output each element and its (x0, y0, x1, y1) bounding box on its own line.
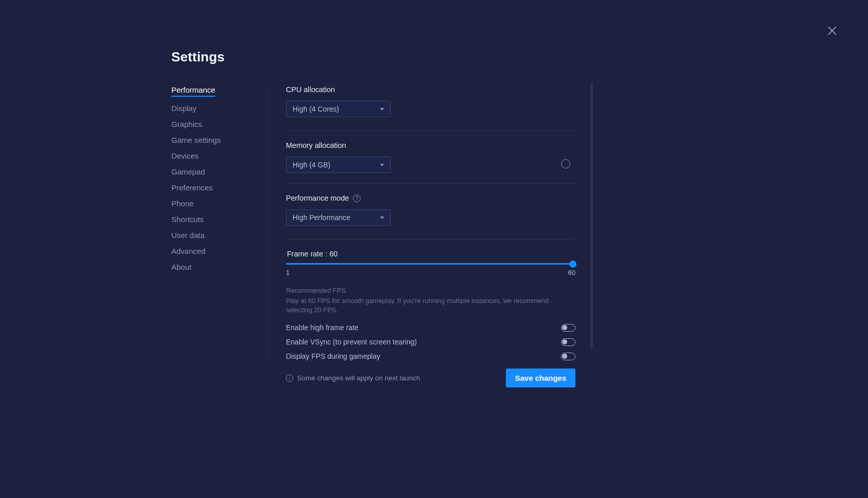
scrollbar[interactable] (590, 82, 593, 349)
save-changes-button[interactable]: Save changes (506, 369, 575, 387)
frame-rate-slider[interactable] (286, 263, 575, 265)
toggle-row-high-fps: Enable high frame rate (286, 323, 575, 332)
performance-mode-label: Performance mode (286, 194, 349, 202)
help-icon[interactable]: ? (353, 194, 361, 202)
chevron-down-icon (380, 164, 384, 166)
performance-mode-value: High Performance (293, 213, 350, 222)
settings-modal: Settings Performance Display Graphics Ga… (0, 0, 868, 498)
sidebar-item-performance[interactable]: Performance (171, 85, 215, 97)
cpu-allocation-label: CPU allocation (286, 85, 335, 94)
page-title: Settings (171, 49, 575, 65)
cpu-allocation-select[interactable]: High (4 Cores) (286, 101, 391, 117)
settings-sidebar: Performance Display Graphics Game settin… (171, 85, 269, 362)
fps-hint-title: Recommended FPS (286, 287, 575, 294)
chevron-down-icon (380, 216, 384, 219)
sidebar-item-advanced[interactable]: Advanced (171, 247, 206, 255)
sidebar-item-user-data[interactable]: User data (171, 231, 205, 240)
display-fps-label: Display FPS during gameplay (286, 352, 380, 360)
slider-max: 60 (568, 269, 575, 276)
sidebar-item-gamepad[interactable]: Gamepad (171, 167, 205, 176)
settings-footer: i Some changes will apply on next launch… (286, 369, 575, 387)
close-icon[interactable] (826, 25, 838, 37)
enable-vsync-toggle[interactable] (561, 338, 575, 346)
sidebar-item-graphics[interactable]: Graphics (171, 120, 202, 128)
memory-allocation-value: High (4 GB) (293, 161, 330, 169)
cpu-allocation-value: High (4 Cores) (293, 105, 339, 113)
enable-high-fps-toggle[interactable] (561, 324, 575, 332)
sidebar-item-phone[interactable]: Phone (171, 199, 193, 208)
sidebar-item-display[interactable]: Display (171, 104, 196, 113)
toggle-row-display-fps: Display FPS during gameplay (286, 352, 575, 360)
sidebar-item-about[interactable]: About (171, 263, 191, 271)
toggle-row-vsync: Enable VSync (to prevent screen tearing) (286, 338, 575, 346)
display-fps-toggle[interactable] (561, 353, 575, 360)
section-frame-rate: Frame rate : 60 1 60 Recommended FPS Pla… (286, 250, 575, 380)
info-icon: i (286, 375, 293, 382)
settings-main-panel: CPU allocation High (4 Cores) Memory all… (269, 85, 575, 362)
chevron-down-icon (380, 108, 384, 111)
slider-min: 1 (286, 269, 290, 276)
frame-rate-title: Frame rate : 60 (287, 250, 575, 258)
memory-allocation-label: Memory allocation (286, 141, 346, 149)
enable-high-fps-label: Enable high frame rate (286, 323, 359, 332)
sidebar-item-game-settings[interactable]: Game settings (171, 136, 221, 144)
fps-hint-body: Play at 60 FPS for smooth gameplay. If y… (286, 296, 575, 314)
enable-vsync-label: Enable VSync (to prevent screen tearing) (286, 338, 417, 346)
section-performance-mode: Performance mode ? High Performance (286, 194, 575, 240)
footer-note: i Some changes will apply on next launch (286, 374, 420, 382)
performance-mode-select[interactable]: High Performance (286, 209, 391, 226)
memory-allocation-select[interactable]: High (4 GB) (286, 157, 391, 173)
sidebar-item-shortcuts[interactable]: Shortcuts (171, 215, 204, 224)
reset-icon[interactable] (561, 159, 570, 168)
sidebar-item-preferences[interactable]: Preferences (171, 183, 213, 192)
section-memory: Memory allocation High (4 GB) (286, 141, 575, 184)
slider-thumb[interactable] (569, 261, 576, 268)
section-cpu: CPU allocation High (4 Cores) (286, 85, 575, 131)
sidebar-item-devices[interactable]: Devices (171, 151, 198, 160)
